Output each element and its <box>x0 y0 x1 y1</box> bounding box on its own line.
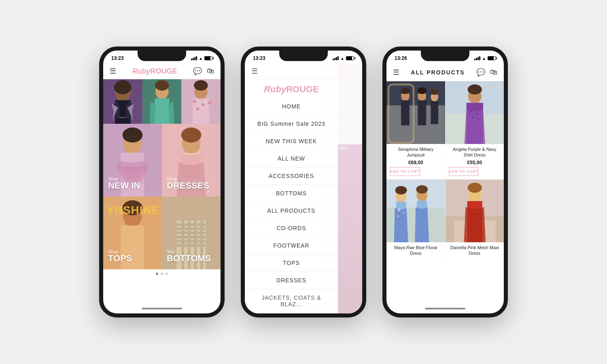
wifi-icon-1: ▲ <box>199 56 203 61</box>
svg-point-17 <box>197 108 199 110</box>
product-price-seraphina: €69,00 <box>386 159 445 167</box>
svg-point-2 <box>114 80 132 94</box>
product-seraphina: Seraphina Military Jumpsuit €69,00 ADD T… <box>386 81 445 179</box>
product-daniella: Daniella Pink Mesh Maxi Dress <box>446 180 504 263</box>
menu-item-accessories[interactable]: ACCESSORIES <box>245 167 338 185</box>
battery-icon-3 <box>488 56 496 60</box>
svg-point-14 <box>193 100 196 104</box>
cart-icon-1[interactable]: 🛍 <box>207 67 214 76</box>
svg-point-16 <box>208 101 212 105</box>
category-dresses-overlay: Shop DRESSES <box>167 176 209 190</box>
products-scroll[interactable]: Seraphina Military Jumpsuit €69,00 ADD T… <box>386 81 504 311</box>
wifi-icon-3: ▲ <box>482 56 486 61</box>
svg-point-69 <box>469 111 471 112</box>
chat-icon-1[interactable]: 💬 <box>193 67 202 76</box>
home-indicator-1 <box>142 308 182 309</box>
nav-icons-right-1: 💬 🛍 <box>193 67 214 76</box>
product-img-daniella <box>446 180 504 242</box>
banner-img-3 <box>181 79 221 124</box>
nav-icons-right-3: 💬 🛍 <box>476 68 497 77</box>
product-price-daniella <box>446 257 504 259</box>
background-peek: NEW <box>338 63 362 313</box>
svg-point-78 <box>398 208 400 211</box>
shop-label-tops: Shop <box>108 249 132 254</box>
product-price-angela: €55,00 <box>446 159 504 167</box>
signal-icon-1 <box>191 56 197 60</box>
menu-item-dresses[interactable]: DRESSES <box>245 272 338 289</box>
brand-ruby-1: Ruby <box>132 67 150 75</box>
svg-rect-56 <box>401 100 410 125</box>
banner-row-1 <box>103 79 221 124</box>
category-new-in[interactable]: Shop NEW IN <box>103 124 162 197</box>
svg-point-20 <box>123 127 143 142</box>
category-name-tops: TOPS <box>108 254 132 263</box>
cart-icon-3[interactable]: 🛍 <box>490 68 497 77</box>
svg-point-55 <box>401 87 410 94</box>
menu-item-all-products[interactable]: ALL PRODUCTS <box>245 202 338 220</box>
phone3-content: ☰ ALL PRODUCTS 💬 🛍 <box>386 63 504 313</box>
category-new-in-overlay: Shop NEW IN <box>108 176 140 190</box>
svg-point-24 <box>181 127 202 142</box>
menu-logo-ruby: Ruby <box>264 84 286 94</box>
product-img-maya <box>386 180 445 242</box>
category-dresses[interactable]: Shop DRESSES <box>162 124 221 197</box>
svg-point-61 <box>430 89 439 95</box>
svg-point-15 <box>202 103 204 106</box>
menu-item-bottoms[interactable]: BOTTOMS <box>245 185 338 202</box>
shop-label-new-in: Shop <box>108 176 140 181</box>
category-bottoms[interactable]: Sho BOTTOMS <box>162 197 221 269</box>
menu-item-tops[interactable]: TOPS <box>245 254 338 272</box>
add-to-cart-angela[interactable]: ADD TO CART <box>449 167 479 176</box>
chat-icon-3[interactable]: 💬 <box>476 68 485 77</box>
category-name-new-in: NEW IN <box>108 181 140 190</box>
product-name-maya: Maya Rae Blue Floral Dress <box>386 242 445 257</box>
svg-point-88 <box>467 182 482 193</box>
status-icons-1: ▲ <box>191 56 212 61</box>
hamburger-button-3[interactable]: ☰ <box>393 68 399 77</box>
categories-grid-1: Shop NEW IN <box>103 124 221 269</box>
nav-bar-menu: ☰ <box>245 63 338 79</box>
hamburger-icon-2[interactable]: ☰ <box>251 67 258 76</box>
brand-logo-1: RubyROUGE <box>132 67 177 76</box>
svg-point-79 <box>403 212 405 214</box>
svg-point-76 <box>395 186 407 195</box>
menu-item-summer-sale[interactable]: BIG Summer Sale 2023 <box>245 115 338 133</box>
menu-item-co-ords[interactable]: CO-ORDS <box>245 220 338 237</box>
banner-cell-2 <box>142 79 182 124</box>
svg-point-72 <box>478 119 480 121</box>
category-tops[interactable]: YNSHINE Shop TOPS <box>103 197 162 269</box>
add-to-cart-seraphina[interactable]: ADD TO CART <box>390 167 420 176</box>
menu-item-all-new[interactable]: ALL NEW <box>245 150 338 167</box>
menu-item-jackets[interactable]: JACKETS, COATS & BLAZ... <box>245 289 338 313</box>
menu-list: HOME BIG Summer Sale 2023 NEW THIS WEEK … <box>245 98 338 313</box>
category-name-dresses: DRESSES <box>167 181 209 190</box>
battery-icon-2 <box>346 56 354 60</box>
menu-item-footwear[interactable]: FOOTWEAR <box>245 237 338 254</box>
svg-rect-9 <box>155 98 170 124</box>
svg-point-82 <box>416 185 428 194</box>
menu-item-home[interactable]: HOME <box>245 98 338 115</box>
time-3: 13:26 <box>395 55 407 61</box>
category-bottoms-overlay: Sho BOTTOMS <box>167 249 211 263</box>
hamburger-button-1[interactable]: ☰ <box>110 67 116 76</box>
dot-1-active <box>156 273 158 275</box>
products-page-title: ALL PRODUCTS <box>411 69 465 76</box>
phone1-content: ☰ RubyROUGE 💬 🛍 <box>103 63 221 313</box>
shop-label-bottoms: Sho <box>167 249 211 254</box>
product-img-seraphina <box>386 81 445 144</box>
signal-icon-3 <box>474 56 480 60</box>
nav-bar-3: ☰ ALL PRODUCTS 💬 🛍 <box>386 63 504 81</box>
nav-bar-1: ☰ RubyROUGE 💬 🛍 <box>103 63 221 79</box>
svg-rect-62 <box>431 101 438 124</box>
signal-icon-2 <box>333 56 339 60</box>
category-name-bottoms: BOTTOMS <box>167 254 211 263</box>
svg-point-58 <box>417 87 427 94</box>
svg-rect-59 <box>418 100 426 125</box>
wifi-icon-2: ▲ <box>340 56 344 61</box>
menu-item-new-this-week[interactable]: NEW THIS WEEK <box>245 133 338 150</box>
product-maya: Maya Rae Blue Floral Dress <box>386 180 445 263</box>
phone-home: 13:23 ▲ ☰ RubyROUGE 💬 🛍 <box>99 47 225 317</box>
svg-point-8 <box>155 80 169 91</box>
brand-rouge-1: ROUGE <box>150 67 177 75</box>
status-bar-1: 13:23 ▲ <box>103 51 221 63</box>
